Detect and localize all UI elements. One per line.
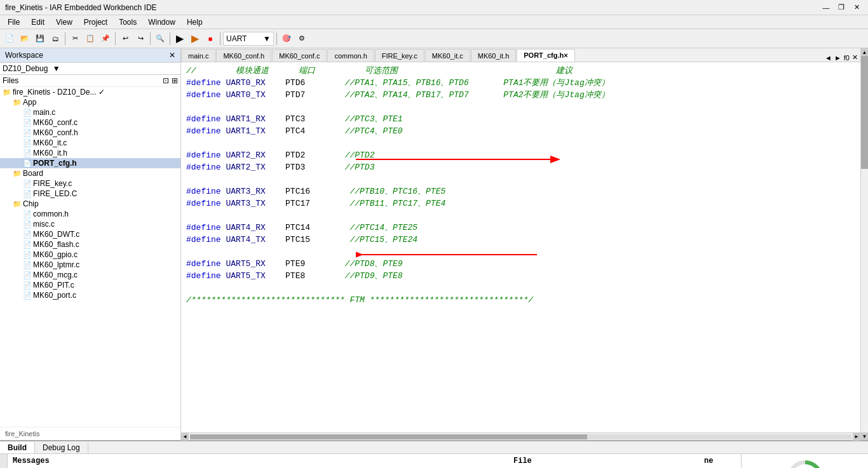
workspace-close-icon[interactable]: ✕ — [169, 51, 175, 60]
menu-window[interactable]: Window — [143, 17, 180, 28]
minimize-button[interactable]: — — [820, 3, 832, 13]
tab-common_h[interactable]: common.h — [327, 49, 374, 62]
code-line-1[interactable]: #define UART0_RX PTD6 //PTA1、PTA15、PTB16… — [181, 77, 860, 89]
menu-tools[interactable]: Tools — [114, 17, 142, 28]
code-line-10[interactable]: #define UART3_RX PTC16 //PTB10、PTC16、PTE… — [181, 185, 860, 197]
tree-item-13[interactable]: 📄misc.c — [0, 219, 180, 229]
tree-item-14[interactable]: 📄MK60_DWT.c — [0, 229, 180, 239]
scrollbar-thumb[interactable] — [190, 434, 587, 439]
code-line-2[interactable]: #define UART0_TX PTD7 //PTA2、PTA14、PTB17… — [181, 89, 860, 101]
tab-MK60_conf_h[interactable]: MK60_conf.h — [216, 49, 271, 62]
debug-button[interactable]: ▶ — [188, 32, 202, 46]
debug-log-tab[interactable]: Debug Log — [35, 442, 88, 453]
tree-item-5[interactable]: 📄MK60_it.c — [0, 138, 180, 148]
code-line-17[interactable]: #define UART5_TX PTE8 //PTD9、PTE8 — [181, 270, 860, 282]
tree-icon-18: 📄 — [23, 271, 32, 279]
tab-panel-close[interactable]: ✕ — [852, 53, 858, 62]
stop-button[interactable]: ■ — [203, 32, 217, 46]
uart-dropdown[interactable]: UART ▼ — [223, 32, 274, 46]
tree-item-16[interactable]: 📄MK60_gpio.c — [0, 250, 180, 260]
code-line-7[interactable]: #define UART2_RX PTD2 //PTD2 — [181, 149, 860, 161]
menu-help[interactable]: Help — [182, 17, 208, 28]
tree-item-12[interactable]: 📄common.h — [0, 209, 180, 219]
scroll-up-button[interactable]: ▲ — [861, 48, 869, 56]
code-line-0[interactable]: // 模块通道 端口 可选范围 建议 — [181, 65, 860, 77]
save-all-button[interactable]: 🗂 — [48, 32, 62, 46]
sep4 — [170, 32, 170, 45]
vscroll-track[interactable] — [861, 56, 868, 432]
build-button[interactable]: ▶ — [173, 32, 187, 46]
menu-file[interactable]: File — [3, 17, 25, 28]
tree-item-15[interactable]: 📄MK60_flash.c — [0, 239, 180, 250]
tab-close-icon[interactable]: × — [564, 51, 567, 59]
scroll-left-button[interactable]: ◄ — [181, 433, 189, 441]
code-line-4[interactable]: #define UART1_RX PTC3 //PTC3、PTE1 — [181, 113, 860, 125]
scroll-right-button[interactable]: ► — [853, 433, 860, 441]
menu-edit[interactable]: Edit — [26, 17, 50, 28]
scroll-down-button[interactable]: ▼ — [861, 432, 869, 440]
code-line-14[interactable]: #define UART4_TX PTC15 //PTC15、PTE24 — [181, 234, 860, 246]
tree-item-2[interactable]: 📄main.c — [0, 107, 180, 117]
code-line-6[interactable] — [181, 137, 860, 149]
code-line-5[interactable]: #define UART1_TX PTC4 //PTC4、PTE0 — [181, 125, 860, 137]
code-line-9[interactable] — [181, 173, 860, 185]
files-header: Files ⊡ ⊞ — [0, 75, 180, 87]
maximize-button[interactable]: ❐ — [835, 3, 848, 13]
vertical-scrollbar[interactable]: ▲ ▼ — [860, 48, 868, 440]
tree-item-20[interactable]: 📄MK60_port.c — [0, 290, 180, 300]
tree-item-10[interactable]: 📄FIRE_LED.C — [0, 189, 180, 199]
build-tab[interactable]: Build — [0, 442, 35, 453]
code-line-16[interactable]: #define UART5_RX PTE9 //PTD8、PTE9 — [181, 258, 860, 270]
tab-MK60_it_c[interactable]: MK60_it.c — [425, 49, 470, 62]
open-button[interactable]: 📂 — [18, 32, 32, 46]
menu-view[interactable]: View — [51, 17, 78, 28]
tree-item-17[interactable]: 📄MK60_lptmr.c — [0, 260, 180, 270]
tab-PORT_cfg_h[interactable]: PORT_cfg.h × — [517, 49, 574, 62]
tree-item-0[interactable]: 📁fire_Kinetis - DZ10_De... ✓ — [0, 87, 180, 97]
tree-item-18[interactable]: 📄MK60_mcg.c — [0, 270, 180, 280]
undo-button[interactable]: ↩ — [118, 32, 132, 46]
tab-MK60_it_h[interactable]: MK60_it.h — [471, 49, 517, 62]
tree-item-8[interactable]: 📁Board — [0, 168, 180, 178]
tree-item-1[interactable]: 📁App — [0, 97, 180, 107]
tree-item-19[interactable]: 📄MK60_PIT.c — [0, 280, 180, 290]
tab-MK60_conf_c[interactable]: MK60_conf.c — [272, 49, 327, 62]
tree-item-9[interactable]: 📄FIRE_key.c — [0, 178, 180, 189]
save-button[interactable]: 💾 — [33, 32, 47, 46]
define-value: PTE8 — [266, 270, 345, 282]
code-line-19[interactable]: /******************************* FTM ***… — [181, 294, 860, 306]
close-button[interactable]: ✕ — [850, 3, 863, 13]
tree-item-4[interactable]: 📄MK60_conf.h — [0, 128, 180, 138]
tree-item-7[interactable]: 📄PORT_cfg.h — [0, 158, 180, 168]
cut-button[interactable]: ✂ — [68, 32, 82, 46]
code-line-3[interactable] — [181, 101, 860, 113]
redo-button[interactable]: ↪ — [133, 32, 147, 46]
code-line-12[interactable] — [181, 210, 860, 222]
code-line-15[interactable] — [181, 246, 860, 258]
find-button[interactable]: 🔍 — [153, 32, 167, 46]
tab-scroll-right[interactable]: ► — [834, 54, 841, 62]
project-selector[interactable]: DZ10_Debug ▼ — [0, 63, 180, 75]
code-editor[interactable]: // 模块通道 端口 可选范围 建议#define UART0_RX PTD6 … — [181, 62, 860, 432]
code-line-8[interactable]: #define UART2_TX PTD3 //PTD3 — [181, 161, 860, 173]
tree-item-6[interactable]: 📄MK60_it.h — [0, 148, 180, 158]
target-button[interactable]: 🎯 — [280, 32, 294, 46]
new-file-button[interactable]: 📄 — [3, 32, 17, 46]
paste-button[interactable]: 📌 — [98, 32, 112, 46]
code-line-11[interactable]: #define UART3_TX PTC17 //PTB11、PTC17、PTE… — [181, 197, 860, 210]
code-line-18[interactable] — [181, 282, 860, 294]
tree-item-3[interactable]: 📄MK60_conf.c — [0, 117, 180, 128]
settings-button[interactable]: ⚙ — [295, 32, 309, 46]
tree-item-11[interactable]: 📁Chip — [0, 199, 180, 209]
code-line-13[interactable]: #define UART4_RX PTC14 //PTC14、PTE25 — [181, 222, 860, 234]
view-options-icon[interactable]: ⊞ — [172, 76, 178, 85]
menu-project[interactable]: Project — [79, 17, 112, 28]
scrollbar-track[interactable] — [190, 434, 851, 439]
vscroll-thumb[interactable] — [861, 56, 868, 169]
filter-icon[interactable]: ⊡ — [163, 76, 169, 85]
copy-button[interactable]: 📋 — [83, 32, 97, 46]
tab-main_c[interactable]: main.c — [181, 49, 215, 62]
tab-FIRE_key_c[interactable]: FIRE_key.c — [375, 49, 424, 62]
horizontal-scrollbar[interactable]: ◄ ► — [181, 432, 860, 440]
tab-scroll-left[interactable]: ◄ — [825, 54, 832, 62]
